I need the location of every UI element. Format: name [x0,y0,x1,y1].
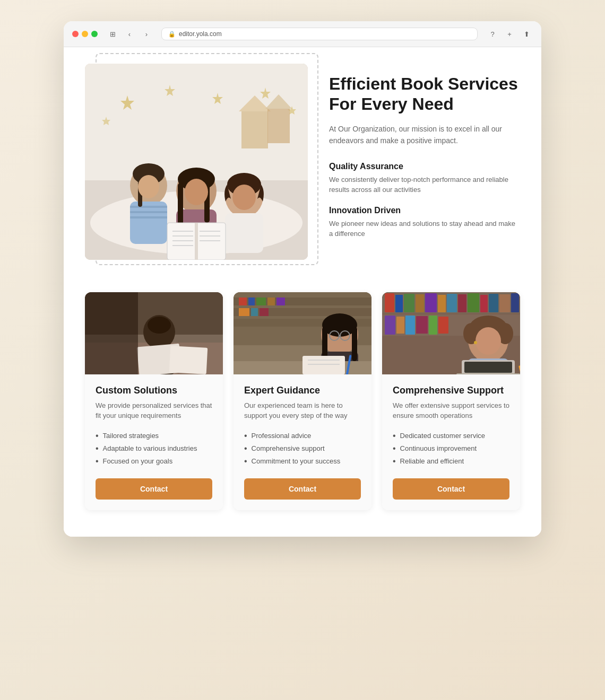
card-expert-guidance: Expert Guidance Our experienced team is … [234,292,371,510]
contact-button-3[interactable]: Contact [393,478,509,500]
card-photo-2-svg [234,292,371,374]
svg-rect-62 [267,298,275,305]
feature-quality-title: Quality Assurance [329,162,520,171]
svg-point-27 [185,179,208,205]
card-title-3: Comprehensive Support [393,385,509,396]
url-text: editor.yola.com [179,30,222,38]
svg-rect-97 [489,294,498,312]
svg-rect-71 [352,327,357,361]
hero-subtitle: At Our Organization, our mission is to e… [329,123,520,147]
svg-rect-88 [395,295,403,312]
list-item: Tailored strategies [96,430,212,442]
card-custom-solutions: Custom Solutions We provide personalized… [85,292,223,510]
help-icon[interactable]: ? [486,28,499,40]
traffic-lights [72,31,98,37]
card-title-1: Custom Solutions [96,385,212,396]
svg-rect-34 [195,223,198,260]
hero-section: Efficient Book ServicesFor Every Need At… [85,63,520,260]
card-image-3 [382,292,520,374]
svg-point-120 [476,327,501,355]
svg-rect-96 [480,295,488,312]
svg-rect-9 [241,111,268,148]
minimize-button[interactable] [82,31,88,37]
list-item: Commitment to your success [244,455,361,468]
svg-point-31 [232,185,256,210]
maximize-button[interactable] [91,31,98,37]
contact-button-2[interactable]: Contact [244,478,361,500]
svg-rect-108 [396,317,404,334]
feature-innovation: Innovation Driven We pioneer new ideas a… [329,206,520,239]
tab-switcher-icon[interactable]: ⊞ [106,28,119,40]
lock-icon: 🔒 [168,31,176,38]
svg-point-48 [148,317,171,334]
svg-rect-111 [429,316,437,335]
card-photo-3-svg [382,292,520,374]
browser-toolbar: ⊞ ‹ › 🔒 editor.yola.com ? + ⬆ [64,21,541,47]
browser-window: ⊞ ‹ › 🔒 editor.yola.com ? + ⬆ [64,21,541,537]
card-list-3: Dedicated customer service Continuous im… [393,430,509,468]
svg-rect-123 [464,362,512,373]
svg-rect-92 [438,295,446,312]
card-desc-1: We provide personalized services that fi… [96,400,212,421]
contact-button-1[interactable]: Contact [96,478,212,500]
svg-rect-91 [425,293,437,312]
svg-rect-89 [404,294,414,312]
hero-image [85,64,308,260]
card-image-2 [234,292,371,374]
forward-button[interactable]: › [140,28,153,40]
svg-rect-60 [248,298,255,305]
card-photo-1-svg [85,292,223,374]
svg-rect-25 [178,183,183,225]
feature-innovation-desc: We pioneer new ideas and solutions to st… [329,218,520,239]
feature-quality: Quality Assurance We consistently delive… [329,162,520,195]
svg-rect-93 [447,294,457,312]
card-desc-3: We offer extensive support services to e… [393,400,509,421]
svg-rect-109 [405,316,415,335]
feature-quality-desc: We consistently deliver top-notch perfor… [329,174,520,195]
svg-rect-65 [251,308,258,316]
card-body-1: Custom Solutions We provide personalized… [85,374,223,510]
list-item: Comprehensive support [244,442,361,455]
feature-innovation-title: Innovation Driven [329,206,520,215]
svg-rect-18 [130,216,167,218]
svg-rect-11 [267,109,290,143]
svg-rect-90 [416,294,424,312]
svg-rect-29 [225,213,263,253]
svg-rect-66 [260,308,269,316]
svg-rect-99 [511,293,519,312]
svg-rect-17 [130,211,167,213]
close-button[interactable] [72,31,79,37]
list-item: Focused on your goals [96,455,212,468]
svg-rect-112 [438,317,448,334]
card-list-1: Tailored strategies Adaptable to various… [96,430,212,468]
page-content: Efficient Book ServicesFor Every Need At… [64,47,541,537]
browser-actions: ? + ⬆ [486,28,533,40]
share-icon[interactable]: ⬆ [520,28,533,40]
list-item: Dedicated customer service [393,430,509,442]
svg-point-21 [138,175,159,198]
svg-rect-87 [385,293,394,312]
svg-rect-50 [169,346,208,374]
card-title-2: Expert Guidance [244,385,361,396]
hero-title: Efficient Book ServicesFor Every Need [329,74,520,115]
svg-rect-63 [276,298,285,305]
cards-section: Custom Solutions We provide personalized… [85,292,520,510]
card-list-2: Professional advice Comprehensive suppor… [244,430,361,468]
list-item: Continuous improvement [393,442,509,455]
hero-text: Efficient Book ServicesFor Every Need At… [329,63,520,260]
svg-rect-64 [239,308,249,316]
svg-rect-94 [458,294,466,312]
address-bar[interactable]: 🔒 editor.yola.com [161,28,478,40]
card-comprehensive-support: Comprehensive Support We offer extensive… [382,292,520,510]
svg-rect-77 [302,356,345,374]
svg-rect-16 [130,206,167,208]
svg-rect-107 [385,316,395,335]
card-image-1 [85,292,223,374]
back-button[interactable]: ‹ [123,28,136,40]
list-item: Adaptable to various industries [96,442,212,455]
hero-image-wrapper [85,64,308,260]
add-tab-icon[interactable]: + [503,28,516,40]
card-body-2: Expert Guidance Our experienced team is … [234,374,371,510]
list-item: Professional advice [244,430,361,442]
hero-photo-svg [85,64,308,260]
